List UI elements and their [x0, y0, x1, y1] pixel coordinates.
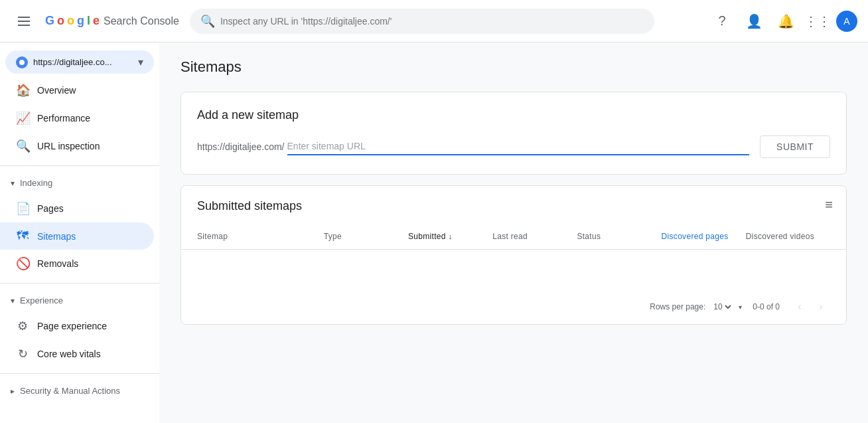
add-sitemap-title: Add a new sitemap [197, 108, 830, 122]
vitals-icon: ↻ [16, 347, 29, 361]
logo-l: l [87, 14, 90, 28]
col-type-header: Type [324, 232, 408, 241]
sidebar-item-label: Pages [37, 203, 64, 214]
section-label: Experience [20, 296, 63, 305]
table-footer: Rows per page: 10 25 50 ▾ 0-0 of 0 ‹ › [181, 290, 846, 324]
menu-button[interactable] [11, 8, 37, 35]
divider-3 [0, 373, 159, 374]
rows-per-page-select[interactable]: 10 25 50 [711, 301, 733, 312]
sidebar-item-label: Performance [37, 113, 90, 124]
col-status-header: Status [577, 232, 661, 241]
home-icon: 🏠 [16, 83, 29, 98]
page-title: Sitemaps [181, 58, 847, 76]
site-icon [16, 56, 28, 68]
sitemap-input-wrap [287, 138, 750, 155]
inspect-icon: 🔍 [16, 139, 29, 153]
filter-button[interactable]: ≡ [825, 197, 846, 212]
section-indexing[interactable]: ▾ Indexing [0, 171, 159, 195]
logo-o1: o [57, 14, 64, 28]
collapse-icon: ▸ [11, 386, 15, 396]
main-content: Sitemaps Add a new sitemap https://digit… [159, 42, 868, 423]
pagination-controls: ‹ › [790, 297, 830, 316]
notifications-button[interactable]: 🔔 [772, 8, 799, 35]
section-label: Indexing [20, 178, 52, 188]
col-lastread-header: Last read [492, 232, 577, 241]
search-icon: 🔍 [200, 14, 215, 29]
manage-icon: 👤 [746, 13, 762, 29]
divider-1 [0, 165, 159, 166]
app-logo: Google Search Console [45, 14, 179, 28]
section-experience[interactable]: ▾ Experience [0, 289, 159, 312]
help-button[interactable]: ? [709, 8, 735, 35]
sidebar-item-page-experience[interactable]: ⚙ Page experience [0, 312, 154, 340]
next-page-button[interactable]: › [812, 297, 830, 316]
add-sitemap-card-body: Add a new sitemap https://digitaljee.com… [181, 92, 846, 174]
sidebar-item-core-web-vitals[interactable]: ↻ Core web vitals [0, 340, 154, 368]
sidebar-item-label: Overview [37, 85, 76, 96]
card-header-row: Submitted sitemaps ≡ [181, 186, 846, 224]
site-url: https://digitaljee.co... [33, 57, 112, 67]
sitemap-url-input[interactable] [287, 141, 750, 151]
sidebar-item-label: URL inspection [37, 141, 100, 151]
app-header: Google Search Console 🔍 ? 👤 🔔 ⋮⋮ A [0, 0, 868, 42]
app-name: Search Console [104, 15, 179, 27]
site-selector[interactable]: https://digitaljee.co... ▾ [5, 50, 154, 74]
logo-o2: o [67, 14, 74, 28]
search-bar[interactable]: 🔍 [190, 9, 654, 34]
col-sitemap-header: Sitemap [197, 232, 324, 241]
sidebar-item-label: Sitemaps [37, 231, 76, 242]
logo-g: G [45, 14, 54, 28]
prev-page-button[interactable]: ‹ [790, 297, 809, 316]
sidebar: https://digitaljee.co... ▾ 🏠 Overview 📈 … [0, 42, 159, 423]
chevron-down-icon: ▾ [138, 56, 143, 68]
rows-per-page: Rows per page: 10 25 50 ▾ [650, 301, 742, 312]
col-submitted-header[interactable]: Submitted ↓ [408, 232, 492, 241]
sidebar-item-url-inspection[interactable]: 🔍 URL inspection [0, 132, 154, 160]
removals-icon: 🚫 [16, 256, 29, 271]
sidebar-item-label: Page experience [37, 321, 107, 331]
apps-button[interactable]: ⋮⋮ [804, 8, 831, 35]
url-prefix: https://digitaljee.com/ [197, 141, 287, 152]
header-left: Google Search Console [11, 8, 179, 35]
site-icon-inner [19, 60, 25, 65]
rows-per-page-label: Rows per page: [650, 302, 705, 311]
help-icon: ? [718, 13, 725, 29]
submit-sitemap-button[interactable]: SUBMIT [760, 135, 830, 158]
search-input[interactable] [220, 16, 644, 27]
sidebar-item-removals[interactable]: 🚫 Removals [0, 250, 154, 278]
pagination-text: 0-0 of 0 [753, 302, 780, 311]
logo-g2: g [77, 14, 84, 28]
sitemaps-icon: 🗺 [16, 229, 29, 243]
divider-2 [0, 283, 159, 284]
avatar[interactable]: A [836, 11, 857, 32]
pages-icon: 📄 [16, 201, 29, 216]
table-header: Sitemap Type Submitted ↓ Last read Statu… [181, 224, 846, 250]
filter-icon: ≡ [825, 197, 833, 212]
bell-icon: 🔔 [778, 13, 794, 29]
sidebar-item-pages[interactable]: 📄 Pages [0, 195, 154, 222]
sidebar-item-sitemaps[interactable]: 🗺 Sitemaps [0, 222, 154, 250]
chevron-down-icon: ▾ [739, 303, 742, 311]
sidebar-item-overview[interactable]: 🏠 Overview [0, 76, 154, 104]
submitted-sitemaps-title: Submitted sitemaps [181, 186, 318, 224]
sidebar-item-label: Removals [37, 258, 78, 269]
sidebar-item-label: Core web vitals [37, 349, 101, 359]
manage-button[interactable]: 👤 [741, 8, 767, 35]
logo-e: e [93, 14, 100, 28]
header-actions: ? 👤 🔔 ⋮⋮ A [709, 8, 857, 35]
app-layout: https://digitaljee.co... ▾ 🏠 Overview 📈 … [0, 42, 868, 423]
submitted-sitemaps-card: Submitted sitemaps ≡ Sitemap Type Submit… [181, 185, 847, 325]
section-label: Security & Manual Actions [20, 386, 120, 396]
section-security[interactable]: ▸ Security & Manual Actions [0, 379, 159, 402]
sidebar-item-performance[interactable]: 📈 Performance [0, 104, 154, 132]
col-pages-header: Discovered pages [662, 232, 746, 241]
submitted-label: Submitted [408, 232, 446, 241]
table-body [181, 250, 846, 290]
grid-icon: ⋮⋮ [804, 13, 831, 29]
trending-icon: 📈 [16, 111, 29, 126]
add-sitemap-card: Add a new sitemap https://digitaljee.com… [181, 92, 847, 175]
sort-down-icon: ↓ [449, 232, 453, 240]
collapse-icon: ▾ [11, 179, 15, 188]
col-videos-header: Discovered videos [746, 232, 830, 241]
sitemap-input-row: https://digitaljee.com/ SUBMIT [197, 135, 830, 158]
